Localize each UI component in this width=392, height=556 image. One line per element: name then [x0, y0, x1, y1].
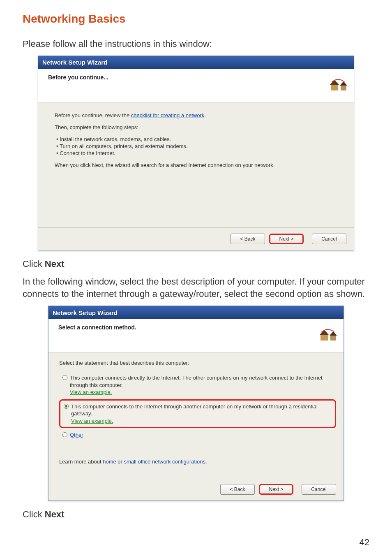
network-house-icon	[318, 324, 338, 344]
next-button[interactable]: Next >	[259, 484, 293, 495]
radio-icon	[64, 404, 69, 409]
network-house-icon	[328, 74, 348, 94]
radio-icon	[62, 375, 67, 380]
cancel-button[interactable]: Cancel	[312, 234, 346, 244]
radio-option-other[interactable]: Other	[59, 429, 336, 441]
wizard-header-title: Before you continue...	[48, 74, 328, 81]
click-next-1: Click Next	[23, 258, 369, 271]
back-button[interactable]: < Back	[231, 234, 265, 244]
svg-marker-7	[330, 331, 337, 336]
svg-rect-2	[341, 85, 346, 90]
svg-rect-6	[330, 335, 336, 341]
click-next-2: Click Next	[23, 508, 369, 521]
wizard-header-title: Select a connection method.	[58, 324, 318, 331]
back-button[interactable]: < Back	[220, 484, 255, 495]
svg-rect-0	[331, 84, 338, 90]
checklist-link[interactable]: checklist for creating a network	[131, 112, 204, 118]
page-title: Networking Basics	[23, 12, 369, 25]
step-install-cards: • Install the network cards, modems, and…	[56, 136, 342, 142]
view-example-link-2[interactable]: View an example.	[71, 418, 113, 424]
radio-option-other-label: Other	[70, 432, 83, 438]
wizard-window-before-continue: Network Setup Wizard Before you continue…	[38, 56, 354, 250]
radio-option-1-label: This computer connects directly to the I…	[70, 375, 323, 388]
radio-option-2-label: This computer connects to the Internet t…	[71, 403, 318, 417]
wizard-header: Before you continue...	[38, 69, 354, 102]
cancel-button[interactable]: Cancel	[302, 484, 336, 495]
wizard-titlebar: Network Setup Wizard	[38, 56, 354, 69]
wizard-header: Select a connection method.	[48, 319, 344, 352]
before-continue-text: Before you continue, review the	[55, 112, 131, 118]
select-statement-text: Select the statement that best describes…	[59, 360, 336, 366]
wizard-footer: < Back Next > Cancel	[38, 227, 354, 250]
step-connect-internet: • Connect to the Internet.	[56, 150, 342, 156]
when-click-next-text: When you click Next, the wizard will sea…	[55, 162, 342, 168]
radio-icon	[62, 432, 67, 437]
svg-marker-3	[340, 81, 347, 86]
svg-rect-4	[321, 334, 328, 341]
wizard-window-select-connection: Network Setup Wizard Select a connection…	[48, 306, 344, 501]
paragraph-select-description: In the following window, select the best…	[23, 276, 369, 301]
next-button[interactable]: Next >	[269, 234, 304, 244]
step-turn-on: • Turn on all computers, printers, and e…	[56, 143, 342, 149]
learn-more-link[interactable]: home or small office network configurati…	[103, 459, 205, 465]
view-example-link-1[interactable]: View an example.	[70, 389, 112, 395]
radio-option-direct-connect[interactable]: This computer connects directly to the I…	[59, 372, 336, 398]
learn-more-prefix: Learn more about	[59, 459, 103, 465]
wizard-body: Before you continue, review the checklis…	[38, 102, 354, 227]
wizard-titlebar: Network Setup Wizard	[48, 306, 344, 319]
radio-option-through-gateway[interactable]: This computer connects to the Internet t…	[59, 399, 336, 429]
wizard-footer: < Back Next > Cancel	[48, 478, 344, 500]
wizard-body: Select the statement that best describes…	[48, 352, 344, 478]
page-number: 42	[360, 537, 369, 548]
then-complete-text: Then, complete the following steps:	[55, 124, 342, 130]
intro-text: Please follow all the instructions in th…	[23, 38, 369, 51]
